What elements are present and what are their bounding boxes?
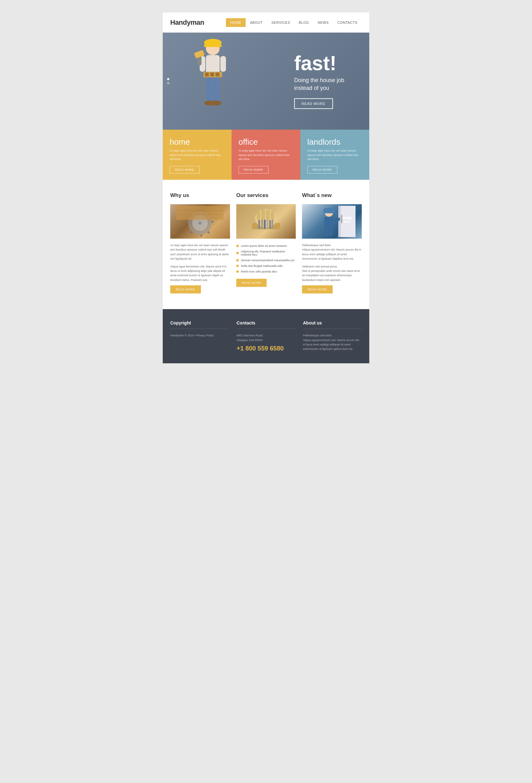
svg-rect-55 bbox=[326, 229, 329, 236]
col-why-us-title: Why us bbox=[170, 192, 230, 198]
logo: Handyman bbox=[170, 19, 204, 27]
service-item-2: Adipiscing elit. Praesent vestibulum mol… bbox=[236, 249, 296, 257]
category-office: office At nequ aget nisus leo vel nean n… bbox=[232, 130, 300, 180]
category-landlords-title: landlords bbox=[307, 137, 362, 147]
service-dot-2 bbox=[236, 252, 239, 254]
categories-section: home At nequ aget nisus leo vel nean neo… bbox=[163, 130, 369, 180]
col-why-us-text1: At nequ aget nisus leo vel nean neoum ep… bbox=[170, 243, 230, 261]
service-item-1: Lorem ipsum dolor sit amet consectu bbox=[236, 243, 296, 249]
footer-address: 8901 Marmora Road, Glasgow, D04 R9GP. bbox=[237, 333, 295, 342]
svg-rect-39 bbox=[261, 219, 263, 229]
category-home-title: home bbox=[170, 137, 225, 147]
nav-news[interactable]: NEWS bbox=[313, 18, 333, 27]
svg-rect-37 bbox=[271, 211, 274, 220]
service-dot-1 bbox=[236, 245, 239, 247]
svg-rect-13 bbox=[213, 77, 219, 102]
footer-phone: +1 800 559 6580 bbox=[237, 345, 295, 352]
hero-dot-2[interactable] bbox=[167, 82, 169, 84]
svg-rect-11 bbox=[220, 56, 226, 72]
col-whats-new-text2: Vetibulum sed asmod purus. Sed ut perspi… bbox=[302, 264, 362, 282]
hero-worker-svg bbox=[181, 36, 244, 127]
col-whats-new: What`s new bbox=[302, 192, 362, 293]
category-office-desc: At nequ aget nisus leo vel nean neoum ep… bbox=[238, 149, 294, 162]
svg-marker-23 bbox=[212, 220, 214, 223]
hero-title: fast! bbox=[294, 53, 344, 73]
nav-contacts[interactable]: CONTACTS bbox=[333, 18, 362, 27]
col-whats-new-image bbox=[302, 204, 362, 239]
svg-marker-21 bbox=[200, 235, 202, 237]
category-landlords-desc: At nequ aget nisus leo vel nean neoum ep… bbox=[307, 149, 362, 162]
service-dot-4 bbox=[236, 265, 239, 267]
service-item-4: Nulla doe feugiat malesuada odio bbox=[236, 263, 296, 269]
saw-svg bbox=[176, 206, 224, 237]
category-home-btn[interactable]: READ MORE bbox=[170, 166, 200, 174]
hero-section: fast! Doing the house jobinstead of you … bbox=[163, 33, 369, 130]
category-landlords: landlords At nequ aget nisus leo vel nea… bbox=[300, 130, 369, 180]
svg-rect-56 bbox=[329, 229, 332, 236]
svg-point-15 bbox=[211, 100, 221, 105]
nav-home[interactable]: HOME bbox=[226, 18, 246, 27]
col-services: Our services bbox=[236, 192, 296, 293]
col-why-us-btn[interactable]: READ MORE bbox=[170, 285, 201, 293]
hero-dot-1[interactable] bbox=[167, 78, 169, 80]
svg-rect-42 bbox=[269, 220, 271, 229]
footer-about: About us Pellentesque sed dolor. Aliqua … bbox=[303, 320, 362, 352]
main-nav: HOME ABOUT SERVICES BLOG NEWS CONTACTS bbox=[226, 18, 362, 27]
services-list: Lorem ipsum dolor sit amet consectu Adip… bbox=[236, 243, 296, 274]
svg-rect-40 bbox=[264, 220, 266, 229]
category-home-desc: At nequ aget nisus leo vel nean neoum ep… bbox=[170, 149, 225, 162]
col-whats-new-title: What`s new bbox=[302, 192, 362, 198]
svg-rect-49 bbox=[324, 217, 334, 229]
svg-rect-41 bbox=[267, 219, 268, 229]
tools-image bbox=[236, 204, 296, 239]
columns-container: Why us bbox=[170, 192, 362, 293]
svg-marker-22 bbox=[186, 220, 188, 223]
col-why-us-text2: Aliqua ngue fermentum nisl. Mauris acml … bbox=[170, 264, 230, 282]
footer-copyright: Copyright Handyman © 2014 • Privacy Poli… bbox=[170, 320, 229, 352]
category-office-btn[interactable]: READ MORE bbox=[238, 166, 268, 174]
svg-rect-38 bbox=[258, 220, 260, 229]
svg-rect-2 bbox=[204, 44, 222, 47]
svg-rect-52 bbox=[341, 215, 342, 223]
hero-figure bbox=[181, 36, 251, 130]
page-wrapper: Handyman HOME ABOUT SERVICES BLOG NEWS C… bbox=[163, 12, 369, 363]
svg-rect-54 bbox=[342, 221, 350, 223]
service-item-3: Senean nonummyendrerit mauriaseillus po bbox=[236, 257, 296, 263]
svg-rect-35 bbox=[261, 209, 265, 220]
col-services-btn[interactable]: READ MORE bbox=[236, 279, 267, 287]
category-home: home At nequ aget nisus leo vel nean neo… bbox=[163, 130, 232, 180]
hero-dots bbox=[167, 78, 169, 84]
columns-section: Why us bbox=[163, 180, 369, 309]
nav-about[interactable]: ABOUT bbox=[246, 18, 267, 27]
svg-rect-53 bbox=[342, 217, 352, 219]
footer-about-title: About us bbox=[303, 320, 362, 329]
svg-rect-34 bbox=[257, 211, 260, 220]
service-item-5: Morbi nunc odio gravida atcu bbox=[236, 269, 296, 274]
col-whats-new-text1: Pellentesque sed dolor. Aliqua ngueermen… bbox=[302, 243, 362, 261]
footer-about-text: Pellentesque sed dolor. Aliqua ngueermen… bbox=[303, 333, 362, 351]
service-dot-5 bbox=[236, 270, 239, 273]
col-why-us: Why us bbox=[170, 192, 230, 293]
col-services-image bbox=[236, 204, 296, 239]
service-dot-3 bbox=[236, 259, 239, 261]
nav-blog[interactable]: BLOG bbox=[295, 18, 313, 27]
svg-rect-3 bbox=[206, 55, 220, 74]
svg-rect-43 bbox=[272, 219, 273, 229]
svg-rect-6 bbox=[210, 73, 214, 76]
col-services-title: Our services bbox=[236, 192, 296, 198]
footer-copyright-title: Copyright bbox=[170, 320, 229, 329]
footer: Copyright Handyman © 2014 • Privacy Poli… bbox=[163, 309, 369, 363]
svg-point-19 bbox=[199, 222, 201, 224]
nav-services[interactable]: SERVICES bbox=[267, 18, 294, 27]
footer-contacts-title: Contacts bbox=[237, 320, 295, 329]
category-landlords-btn[interactable]: READ MORE bbox=[307, 166, 337, 174]
worker-image bbox=[302, 204, 362, 239]
hero-text: fast! Doing the house jobinstead of you … bbox=[294, 53, 344, 109]
hero-read-more-button[interactable]: READ MORE bbox=[294, 98, 333, 109]
saw-image bbox=[170, 204, 230, 239]
svg-rect-5 bbox=[205, 73, 209, 76]
col-whats-new-btn[interactable]: READ MORE bbox=[302, 285, 333, 293]
footer-contacts: Contacts 8901 Marmora Road, Glasgow, D04… bbox=[237, 320, 295, 352]
category-office-title: office bbox=[238, 137, 294, 147]
header: Handyman HOME ABOUT SERVICES BLOG NEWS C… bbox=[163, 12, 369, 33]
